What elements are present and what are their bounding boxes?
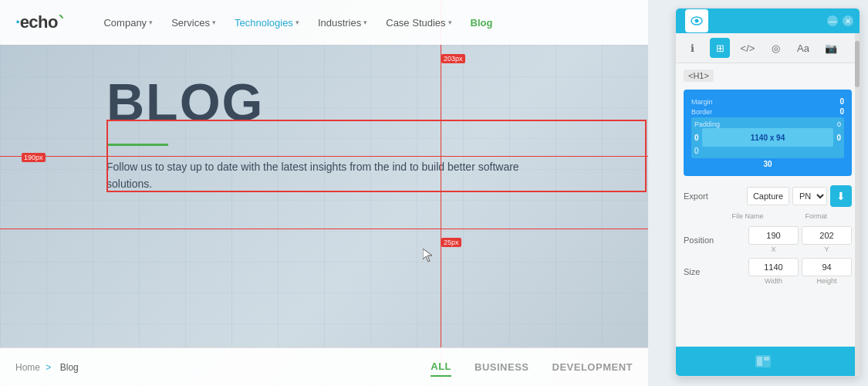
margin-top-value: 0 <box>839 97 844 106</box>
nav-industries[interactable]: Industries ▾ <box>310 12 375 33</box>
height-label: Height <box>816 277 836 285</box>
export-row: Export PNG JPG SVG ⬇ <box>684 185 852 207</box>
panel-content: <H1> Margin 0 Border 0 Padding 0 0 <box>676 63 860 296</box>
scrollbar-thumb[interactable] <box>855 41 860 87</box>
camera-icon[interactable]: 📷 <box>821 38 841 58</box>
export-filename-input[interactable] <box>747 187 789 205</box>
download-button[interactable]: ⬇ <box>830 185 852 207</box>
breadcrumb-separator: > <box>46 362 51 373</box>
padding-label: Padding <box>694 120 720 128</box>
panel-controls: — ✕ <box>827 15 853 26</box>
measure-label-203: 203px <box>441 54 465 63</box>
green-divider <box>106 144 168 146</box>
margin-label: Margin <box>691 98 713 106</box>
position-y-input[interactable] <box>802 226 852 245</box>
position-x-group: X <box>748 226 799 253</box>
minimize-button[interactable]: — <box>827 15 838 26</box>
breadcrumb: Home > Blog <box>15 362 82 373</box>
chevron-down-icon: ▾ <box>296 19 299 26</box>
padding-left-value: 0 <box>694 134 699 142</box>
export-format-select[interactable]: PNG JPG SVG <box>792 187 827 205</box>
info-icon[interactable]: ℹ <box>682 38 702 58</box>
size-controls: Width Height <box>748 258 852 285</box>
file-name-sublabel: File Name <box>731 212 763 220</box>
navbar: ·echoˋ Company ▾ Services ▾ Technologies… <box>0 0 648 45</box>
chevron-down-icon: ▾ <box>448 19 452 26</box>
height-input[interactable] <box>802 258 852 276</box>
svg-rect-3 <box>757 357 762 366</box>
panel-toolbar: ℹ ⊞ </> ◎ Aa 📷 <box>676 33 860 63</box>
height-group: Height <box>802 258 852 285</box>
export-controls: PNG JPG SVG ⬇ <box>747 185 852 207</box>
svg-point-1 <box>695 19 699 23</box>
width-group: Width <box>748 258 799 285</box>
padding-top-value: 0 <box>837 120 841 128</box>
layout-icon[interactable]: ⊞ <box>710 38 730 58</box>
position-label: Position <box>684 235 714 245</box>
border-label: Border <box>691 108 712 116</box>
text-icon[interactable]: Aa <box>793 38 813 58</box>
content-size-label: 1140 x 94 <box>751 134 785 142</box>
bottom-nav: Home > Blog ALL BUSINESS DEVELOPMENT <box>0 347 648 386</box>
water-icon[interactable]: ◎ <box>765 38 785 58</box>
eye-icon[interactable] <box>685 9 708 32</box>
size-row: Size Width Height <box>684 258 852 285</box>
page-title: BLOG <box>106 76 648 128</box>
position-y-group: Y <box>802 226 852 253</box>
blog-subtitle: Follow us to stay up to date with the la… <box>106 158 554 193</box>
code-icon[interactable]: </> <box>738 38 758 58</box>
position-x-input[interactable] <box>748 226 799 245</box>
size-label: Size <box>684 267 700 276</box>
x-label: X <box>771 245 775 253</box>
panel-bottom-button[interactable] <box>676 347 855 376</box>
format-sublabel: Format <box>805 212 827 220</box>
border-top-value: 0 <box>839 107 844 116</box>
measure-label-190: 190px <box>22 153 46 162</box>
nav-links: Company ▾ Services ▾ Technologies ▾ Indu… <box>96 12 633 33</box>
breadcrumb-home[interactable]: Home <box>15 362 40 373</box>
filter-all[interactable]: ALL <box>431 357 451 377</box>
filter-development[interactable]: DEVELOPMENT <box>552 358 633 376</box>
filter-business[interactable]: BUSINESS <box>475 358 529 376</box>
panel-titlebar: — ✕ <box>676 8 860 33</box>
nav-services[interactable]: Services ▾ <box>164 12 224 33</box>
export-label: Export <box>684 191 708 201</box>
y-label: Y <box>824 245 829 253</box>
chevron-down-icon: ▾ <box>212 19 216 26</box>
right-panel: — ✕ ℹ ⊞ </> ◎ Aa 📷 <H1> Margin 0 Border … <box>675 8 860 377</box>
website-preview: ·echoˋ Company ▾ Services ▾ Technologies… <box>0 0 648 386</box>
box-model-diagram: Margin 0 Border 0 Padding 0 0 1140 x 94 <box>684 90 852 176</box>
box-bottom-value: 30 <box>691 160 844 168</box>
nav-blog[interactable]: Blog <box>463 12 501 33</box>
logo: ·echoˋ <box>15 12 65 32</box>
measure-label-25: 25px <box>441 238 461 247</box>
horizontal-measure-line-top <box>0 156 648 157</box>
nav-technologies[interactable]: Technologies ▾ <box>227 12 307 33</box>
width-input[interactable] <box>748 258 799 276</box>
padding-right-value: 0 <box>836 134 841 142</box>
scrollbar[interactable] <box>855 33 860 376</box>
nav-case-studies[interactable]: Case Studies ▾ <box>378 12 459 33</box>
padding-bottom-value: 0 <box>694 147 699 155</box>
horizontal-measure-line-bottom <box>0 229 648 229</box>
position-row: Position X Y <box>684 226 852 253</box>
filter-tabs: ALL BUSINESS DEVELOPMENT <box>431 357 633 377</box>
nav-company[interactable]: Company ▾ <box>96 12 160 33</box>
svg-rect-4 <box>764 357 769 361</box>
content-area: BLOG Follow us to stay up to date with t… <box>0 45 648 193</box>
chevron-down-icon: ▾ <box>363 19 367 26</box>
close-button[interactable]: ✕ <box>843 15 853 26</box>
position-controls: X Y <box>748 226 852 253</box>
breadcrumb-current: Blog <box>60 362 79 373</box>
width-label: Width <box>765 277 782 285</box>
chevron-down-icon: ▾ <box>149 19 153 26</box>
html-tag-label: <H1> <box>684 69 714 82</box>
